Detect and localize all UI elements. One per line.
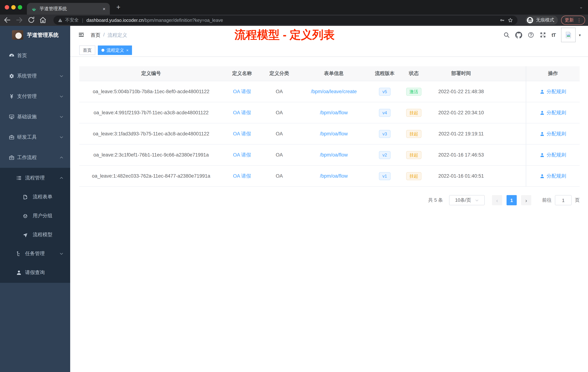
form-icon	[22, 194, 28, 200]
definition-name-link[interactable]: OA 请假	[233, 131, 251, 136]
chevron-down-icon	[59, 115, 64, 119]
app-root: 芋道管理系统 首页 系统管理 支付管理	[0, 26, 588, 372]
tab-search-caret-icon[interactable]: ⌄	[579, 4, 583, 10]
tag-home[interactable]: 首页	[79, 45, 95, 55]
form-info-link[interactable]: /bpm/oa/flow	[320, 152, 348, 158]
user-icon	[16, 270, 22, 275]
definition-name-link[interactable]: OA 请假	[233, 110, 251, 115]
status-badge: 挂起	[406, 109, 421, 117]
version-badge: v4	[379, 109, 390, 117]
gear-icon	[9, 73, 15, 79]
chevron-down-icon	[59, 74, 64, 78]
goto-page-input[interactable]: 1	[555, 195, 572, 205]
form-info-link[interactable]: /bpm/oa/flow	[320, 173, 348, 179]
tab-close-icon[interactable]: ×	[103, 6, 105, 11]
maximize-window-button[interactable]	[18, 5, 22, 10]
sidebar-item-user-group[interactable]: 用户分组	[0, 206, 70, 225]
sidebar-item-payment[interactable]: 支付管理	[0, 86, 70, 107]
gauge-icon	[9, 53, 15, 59]
sidebar-item-task-manage[interactable]: 任务管理	[0, 244, 70, 263]
sidebar-item-label: 系统管理	[17, 73, 37, 79]
tag-close-icon[interactable]: ×	[126, 48, 128, 52]
hamburger-icon[interactable]	[78, 32, 84, 38]
definition-name-link[interactable]: OA 请假	[233, 173, 251, 178]
assign-rule-link[interactable]: 分配规则	[546, 173, 566, 179]
page-annotation-title: 流程模型 - 定义列表	[235, 27, 335, 43]
page-content: 定义编号 定义名称 定义分类 表单信息 流程版本 状态 部署时间 操作 oa_l…	[70, 57, 588, 372]
update-label[interactable]: 更新	[565, 17, 574, 23]
sidebar-item-label: 基础设施	[17, 114, 37, 120]
form-info-link[interactable]: /bpm/oa/flow	[320, 110, 348, 115]
bookmark-star-icon[interactable]	[508, 17, 513, 23]
github-icon[interactable]	[515, 32, 522, 38]
sidebar-item-label: 工作流程	[17, 154, 37, 161]
sidebar-item-label: 流程模型	[33, 231, 52, 238]
breadcrumb-home[interactable]: 首页	[91, 32, 100, 39]
help-icon[interactable]	[528, 32, 534, 38]
chevron-down-icon	[59, 252, 64, 256]
version-badge: v1	[379, 172, 390, 180]
search-icon[interactable]	[503, 32, 510, 38]
definition-id: oa_leave:2:3c1f0ef1-76b1-11ec-9c66-a2380…	[79, 152, 223, 158]
sidebar-item-process-manage[interactable]: 流程管理	[0, 169, 70, 187]
address-bar[interactable]: 不安全 | dashboard.yudao.iocoder.cn/bpm/man…	[53, 16, 517, 25]
version-badge: v3	[379, 130, 390, 138]
user-avatar[interactable]	[561, 28, 576, 42]
back-icon[interactable]	[3, 16, 11, 24]
sidebar-item-process-form[interactable]: 流程表单	[0, 187, 70, 206]
new-tab-button[interactable]: +	[116, 3, 120, 11]
status-badge: 挂起	[406, 151, 421, 159]
form-info-link[interactable]: /bpm/oa/leave/create	[311, 89, 357, 94]
assign-rule-link[interactable]: 分配规则	[546, 88, 566, 95]
font-size-icon[interactable]: tT	[552, 32, 556, 38]
sidebar-logo[interactable]: 芋道管理系统	[0, 26, 70, 44]
avatar-caret-icon[interactable]: ▾	[579, 33, 581, 37]
page-url[interactable]: dashboard.yudao.iocoder.cn/bpm/manager/d…	[86, 18, 223, 23]
sidebar-item-process-model[interactable]: 流程模型	[0, 225, 70, 244]
reload-icon[interactable]	[27, 16, 35, 24]
logo-title: 芋道管理系统	[27, 32, 59, 38]
definition-category: OA	[261, 152, 297, 158]
assign-rule-link[interactable]: 分配规则	[546, 109, 566, 116]
prev-page-button[interactable]: ‹	[492, 195, 502, 205]
minimize-window-button[interactable]	[11, 5, 16, 10]
address-divider: |	[82, 18, 83, 23]
browser-tab[interactable]: 芋道管理系统 ×	[27, 3, 110, 15]
definition-name-link[interactable]: OA 请假	[233, 89, 251, 94]
assign-rule-link[interactable]: 分配规则	[546, 131, 566, 137]
sidebar-item-leave-query[interactable]: 请假查询	[0, 263, 70, 282]
security-warning-icon[interactable]	[58, 18, 63, 22]
active-tag-dot	[101, 49, 104, 52]
security-label[interactable]: 不安全	[65, 17, 79, 23]
browser-menu-kebab-icon[interactable]: ⋮	[577, 17, 581, 23]
fullscreen-icon[interactable]	[540, 32, 546, 38]
page-size-value: 10条/页	[455, 197, 471, 203]
sidebar-item-home[interactable]: 首页	[0, 45, 70, 66]
definition-name-link[interactable]: OA 请假	[233, 152, 251, 157]
password-key-icon[interactable]	[500, 17, 505, 23]
sidebar-menu: 首页 系统管理 支付管理 基础设施	[0, 44, 70, 283]
current-page-button[interactable]: 1	[506, 195, 517, 205]
browser-update-button[interactable]: 更新 ⋮	[561, 16, 585, 25]
home-icon[interactable]	[39, 16, 47, 24]
page-unit-label: 页	[575, 197, 580, 203]
breadcrumb-current: 流程定义	[108, 32, 127, 39]
sidebar-item-infra[interactable]: 基础设施	[0, 107, 70, 127]
next-page-button[interactable]: ›	[521, 195, 531, 205]
page-size-select[interactable]: 10条/页	[449, 195, 485, 205]
sidebar-item-system[interactable]: 系统管理	[0, 66, 70, 86]
col-header-status: 状态	[399, 70, 428, 77]
status-badge: 挂起	[406, 130, 421, 138]
forward-icon[interactable]	[15, 16, 23, 24]
close-window-button[interactable]	[5, 5, 9, 10]
breadcrumb: 首页 / 流程定义	[91, 32, 127, 39]
favicon-plant-icon	[31, 6, 37, 11]
screenshot-viewport: 芋道管理系统 × + ⌄ 不安全 | dashboard.yudao.iocod…	[0, 0, 588, 372]
sidebar-item-workflow[interactable]: 工作流程	[0, 147, 70, 168]
tag-process-definition[interactable]: 流程定义 ×	[98, 45, 132, 55]
form-info-link[interactable]: /bpm/oa/flow	[320, 131, 348, 136]
breadcrumb-separator: /	[103, 32, 105, 39]
sidebar-item-devtools[interactable]: 研发工具	[0, 127, 70, 147]
assign-rule-link[interactable]: 分配规则	[546, 152, 566, 158]
window-controls	[5, 5, 22, 10]
